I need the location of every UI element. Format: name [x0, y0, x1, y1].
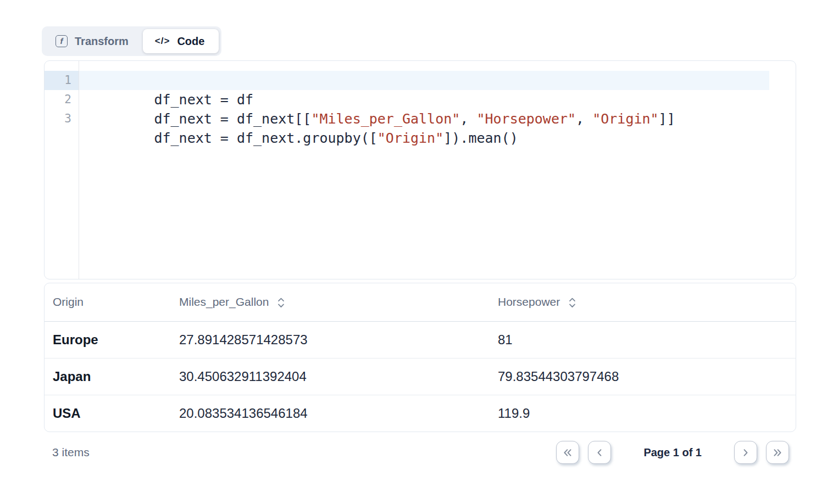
code-editor: 1 2 3 df_next = df df_next = df_next[["M…	[44, 60, 796, 279]
line-number-gutter: 1 2 3	[45, 61, 79, 279]
cell-origin: Europe	[45, 321, 171, 358]
cell-horsepower: 79.83544303797468	[490, 358, 796, 395]
code-token: ]).mean()	[443, 130, 518, 146]
tab-code-label: Code	[177, 35, 204, 48]
function-icon: f	[55, 35, 68, 47]
table-row: Japan 30.450632911392404 79.835443037974…	[45, 358, 796, 395]
table-row: USA 20.083534136546184 119.9	[45, 395, 796, 432]
code-token: df_next = df_next.groupby([	[154, 130, 377, 146]
code-token: ,	[460, 111, 476, 127]
cell-origin: USA	[45, 395, 171, 432]
code-token: ]]	[659, 111, 675, 127]
page-indicator: Page 1 of 1	[643, 446, 702, 459]
column-label: Origin	[53, 295, 84, 309]
cell-miles-per-gallon: 30.450632911392404	[171, 358, 490, 395]
cell-origin: Japan	[45, 358, 171, 395]
code-area[interactable]: df_next = df df_next = df_next[["Miles_p…	[79, 61, 796, 279]
widget-root: f Transform </> Code 1 2 3 df_next = df …	[44, 0, 796, 464]
results-table-card: Origin Miles_per_Gallon	[44, 283, 796, 432]
code-line-1[interactable]: df_next = df	[79, 71, 769, 90]
items-count: 3 items	[52, 446, 90, 459]
tab-transform-label: Transform	[75, 35, 129, 48]
column-header-miles-per-gallon[interactable]: Miles_per_Gallon	[171, 283, 490, 321]
cell-horsepower: 119.9	[490, 395, 796, 432]
double-chevron-left-icon	[562, 448, 573, 457]
column-header-origin: Origin	[45, 283, 171, 321]
column-label: Miles_per_Gallon	[179, 295, 269, 309]
sort-icon[interactable]	[568, 297, 576, 309]
chevron-left-icon	[596, 448, 603, 457]
cell-miles-per-gallon: 27.891428571428573	[171, 321, 490, 358]
string-token: "Origin"	[592, 111, 658, 127]
code-token: ,	[576, 111, 592, 127]
column-header-horsepower[interactable]: Horsepower	[490, 283, 796, 321]
code-token: df_next = df_next[[	[154, 111, 311, 127]
string-token: "Origin"	[377, 130, 443, 146]
string-token: "Horsepower"	[476, 111, 576, 127]
double-chevron-right-icon	[772, 448, 783, 457]
chevron-right-icon	[742, 448, 749, 457]
line-number: 3	[45, 109, 79, 128]
cell-horsepower: 81	[490, 321, 796, 358]
column-label: Horsepower	[498, 295, 560, 309]
string-token: "Miles_per_Gallon"	[311, 111, 460, 127]
code-token: df_next = df	[154, 92, 253, 108]
table-row: Europe 27.891428571428573 81	[45, 321, 796, 358]
pagination: Page 1 of 1	[556, 441, 789, 464]
table-header-row: Origin Miles_per_Gallon	[45, 283, 796, 321]
table-footer: 3 items Page 1 of 1	[44, 441, 796, 464]
results-table: Origin Miles_per_Gallon	[45, 283, 796, 432]
sort-icon[interactable]	[277, 297, 285, 309]
code-brackets-icon: </>	[155, 36, 170, 47]
tab-bar: f Transform </> Code	[42, 26, 221, 56]
cell-miles-per-gallon: 20.083534136546184	[171, 395, 490, 432]
tab-code[interactable]: </> Code	[143, 29, 219, 53]
line-number: 2	[45, 90, 79, 109]
next-page-button[interactable]	[734, 441, 757, 464]
previous-page-button[interactable]	[588, 441, 611, 464]
tab-transform[interactable]: f Transform	[45, 29, 143, 53]
line-number: 1	[45, 71, 79, 90]
last-page-button[interactable]	[766, 441, 789, 464]
first-page-button[interactable]	[556, 441, 579, 464]
